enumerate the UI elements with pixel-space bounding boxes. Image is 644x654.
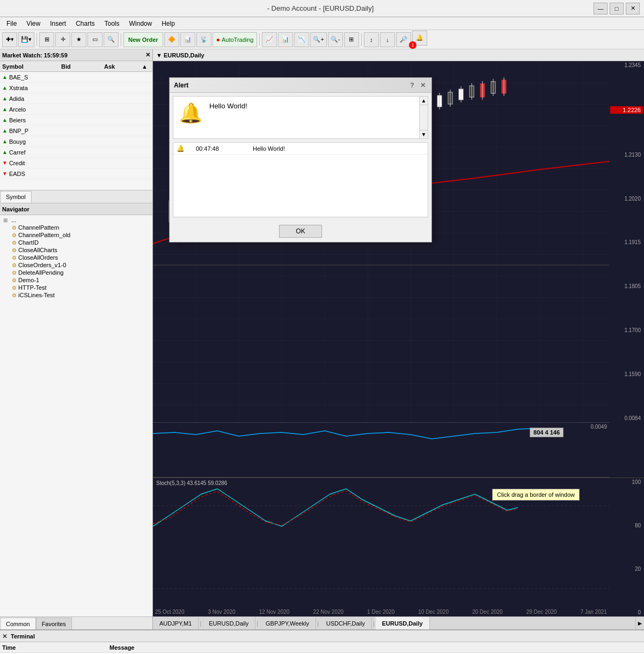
price-label: 1.1700 <box>610 327 643 333</box>
menu-file[interactable]: File <box>2 19 21 28</box>
list-item[interactable]: ▼EADS <box>0 168 152 179</box>
terminal-header: ✕ Terminal <box>0 630 644 642</box>
tree-item[interactable]: ⚙ChartID <box>10 239 151 246</box>
plus-button[interactable]: ✚▾ <box>2 32 17 47</box>
col-sort[interactable]: ▲ <box>142 63 150 70</box>
tree-item[interactable]: ⚙CloseOrders_v1-0 <box>10 261 151 269</box>
layout-button[interactable]: ⊞ <box>344 32 359 47</box>
script-icon: ⚙ <box>12 262 17 268</box>
stoch-price-labels: 100 80 20 0 <box>609 478 644 616</box>
chart-tab-eurusd1[interactable]: EURUSD,Daily <box>202 617 255 629</box>
script-icon: ⚙ <box>12 232 17 238</box>
crosshair-button[interactable]: ✛ <box>55 32 70 47</box>
menu-tools[interactable]: Tools <box>100 19 124 28</box>
chart-tab-usdchf[interactable]: USDCHF,Daily <box>320 617 372 629</box>
maximize-button[interactable]: □ <box>610 3 624 14</box>
menu-view[interactable]: View <box>22 19 45 28</box>
tab-symbol[interactable]: Symbol <box>0 191 32 203</box>
menu-charts[interactable]: Charts <box>71 19 99 28</box>
list-item[interactable]: ▼Credit <box>0 158 152 168</box>
tree-root[interactable]: ⊞ ... <box>1 216 151 224</box>
tab-common[interactable]: Common <box>0 618 36 629</box>
dialog-title-controls: ? ✕ <box>408 81 427 90</box>
dialog-title-bar[interactable]: Alert ? ✕ <box>170 78 431 93</box>
list-item[interactable]: ▲Adida <box>0 93 152 104</box>
market-watch-close[interactable]: ✕ <box>145 52 150 58</box>
new-order-button[interactable]: New Order <box>123 32 163 47</box>
date-labels: 25 Oct 2020 3 Nov 2020 12 Nov 2020 22 No… <box>153 607 609 616</box>
log-time: 00:47:48 <box>196 145 250 152</box>
navigator-panel: Navigator ⊞ ... ⚙ChannelPattern ⚙Channel… <box>0 203 152 629</box>
chart-line-button[interactable]: 📉 <box>294 32 309 47</box>
scroll-up-button[interactable]: ▲ <box>420 97 428 105</box>
scroll-down-button[interactable]: ▼ <box>420 130 428 138</box>
dialog-scrollbar[interactable]: ▲ ▼ <box>419 97 428 138</box>
autotrading-button[interactable]: ● AutoTrading <box>213 32 258 47</box>
tab-favorites[interactable]: Favorites <box>36 618 72 629</box>
star-button[interactable]: ★ <box>71 32 86 47</box>
dialog-close-button[interactable]: ✕ <box>419 81 427 90</box>
expand-icon[interactable]: ⊞ <box>3 217 10 223</box>
list-item[interactable]: ▲Arcelo <box>0 104 152 115</box>
tooltip-box: Click drag a border of window <box>492 489 580 501</box>
radio-button[interactable]: 📡 <box>196 32 211 47</box>
dialog-title-text: Alert <box>174 82 188 89</box>
chart-symbol: ▼ EURUSD,Daily <box>156 52 204 58</box>
col-bid: Bid <box>61 63 104 70</box>
zoom-in-button[interactable]: 🔍+ <box>310 32 326 47</box>
navigator-tree: ⊞ ... ⚙ChannelPattern ⚙ChannelPattern_ol… <box>0 215 152 616</box>
script-icon: ⚙ <box>12 285 17 291</box>
tree-item[interactable]: ⚙Demo-1 <box>10 276 151 284</box>
chart-up-button[interactable]: 📈 <box>262 32 277 47</box>
tree-item[interactable]: ⚙ChannelPattern <box>10 224 151 231</box>
tree-item[interactable]: ⚙CloseAllCharts <box>10 246 151 254</box>
search-button[interactable]: 🔍 <box>104 32 119 47</box>
tree-item[interactable]: ⚙ChannelPattern_old <box>10 231 151 239</box>
trade-button[interactable]: 🔶 <box>164 32 179 47</box>
history-button[interactable]: 📊 <box>180 32 195 47</box>
menu-help[interactable]: Help <box>157 19 179 28</box>
chart-area: ▼ EURUSD,Daily <box>153 49 644 629</box>
dialog-message: Hello World! <box>209 102 247 110</box>
script-icon: ⚙ <box>12 240 17 246</box>
ok-button[interactable]: OK <box>279 225 322 238</box>
chart-tab-gbpjpy[interactable]: GBPJPY,Weekly <box>259 617 316 629</box>
chart-tab-nav[interactable]: ► <box>635 617 644 630</box>
volume-labels: 0.0049 <box>574 423 609 477</box>
list-item[interactable]: ▲Carref <box>0 147 152 158</box>
tree-item[interactable]: ⚙HTTP-Test <box>10 284 151 291</box>
volume-box: 804 4 146 <box>530 428 564 437</box>
minimize-button[interactable]: — <box>594 3 608 14</box>
market-watch-columns: Symbol Bid Ask ▲ <box>0 61 152 72</box>
dialog-footer: OK <box>170 221 431 242</box>
close-button[interactable]: ✕ <box>626 3 640 14</box>
chart-bar-button[interactable]: 📊 <box>278 32 293 47</box>
save-button[interactable]: 💾▾ <box>18 32 34 47</box>
arrow-button[interactable]: ↕ <box>364 32 379 47</box>
menu-window[interactable]: Window <box>125 19 157 28</box>
grid-button[interactable]: ⊞ <box>39 32 54 47</box>
zoom-out-button[interactable]: 🔍- <box>328 32 343 47</box>
title-controls: — □ ✕ <box>594 3 640 14</box>
stoch-area: Stoch(5,3,3) 43.6145 59.0286 100 80 20 0 <box>153 477 644 616</box>
list-item[interactable]: ▲Bouyg <box>0 136 152 147</box>
menu-insert[interactable]: Insert <box>46 19 70 28</box>
list-item[interactable]: ▲Xstrata <box>0 83 152 93</box>
chart-tab-eurusd2[interactable]: EURUSD,Daily <box>376 617 430 629</box>
down-button[interactable]: ↓ <box>380 32 395 47</box>
rect-button[interactable]: ▭ <box>87 32 103 47</box>
list-item[interactable]: ▲BAE_S <box>0 72 152 83</box>
dialog-body: 🔔 Hello World! ▲ ▼ <box>173 96 428 139</box>
tree-item[interactable]: ⚙CloseAllOrders <box>10 254 151 261</box>
tree-item[interactable]: ⚙iCSLines-Test <box>10 291 151 299</box>
list-item[interactable]: ▲Beiers <box>0 115 152 126</box>
chart-tab-audjpy[interactable]: AUDJPY,M1 <box>153 617 199 629</box>
terminal-close-button[interactable]: ✕ <box>2 633 8 640</box>
market-watch-list: ▲BAE_S ▲Xstrata ▲Adida ▲Arcelo ▲Beiers ▲… <box>0 72 152 190</box>
price-label: 1.1590 <box>610 371 643 377</box>
tree-item[interactable]: ⚙DeleteAllPending <box>10 269 151 276</box>
script-icon: ⚙ <box>12 247 17 253</box>
chart-main[interactable]: 1.2345 1.2226 1.2130 1.2020 1.1915 1.180… <box>153 61 644 616</box>
dialog-help-button[interactable]: ? <box>408 81 416 90</box>
list-item[interactable]: ▲BNP_P <box>0 126 152 136</box>
